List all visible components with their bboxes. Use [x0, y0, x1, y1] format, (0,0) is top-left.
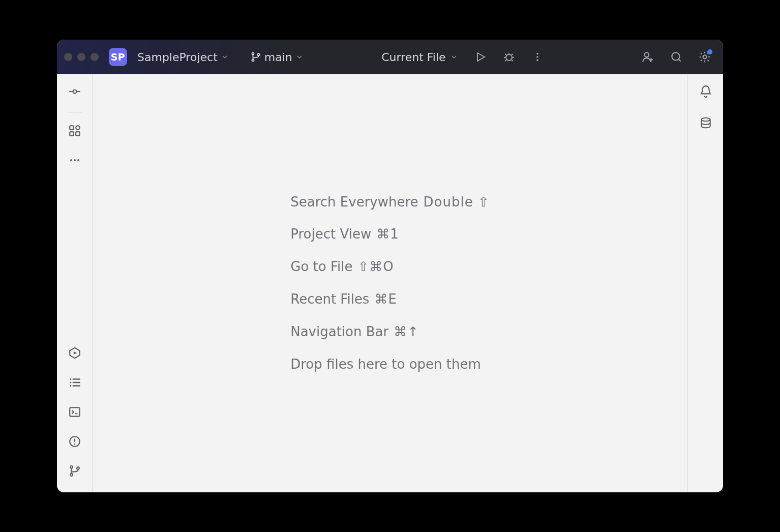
svg-point-16 — [70, 159, 72, 161]
hint-recent-files: Recent Files ⌘E — [290, 291, 490, 308]
project-selector[interactable]: SampleProject — [133, 49, 233, 66]
minimize-window-button[interactable] — [77, 53, 85, 61]
project-badge: SP — [109, 48, 127, 66]
hint-shortcut: ⌘1 — [376, 226, 399, 243]
chevron-down-icon — [221, 53, 229, 61]
titlebar: SP SampleProject main Current File — [57, 40, 723, 74]
svg-point-21 — [70, 381, 71, 383]
todo-tool-window-button[interactable] — [64, 372, 86, 395]
svg-point-25 — [74, 444, 75, 445]
commit-node-icon — [68, 85, 81, 100]
structure-icon — [68, 124, 81, 139]
run-configuration-label: Current File — [381, 51, 445, 64]
svg-point-28 — [77, 467, 79, 469]
svg-point-7 — [536, 60, 538, 62]
version-control-tool-window-button[interactable] — [64, 461, 86, 483]
branch-selector[interactable]: main — [246, 49, 308, 66]
debug-button[interactable] — [498, 46, 520, 68]
vcs-branch-icon — [68, 464, 81, 480]
zoom-window-button[interactable] — [91, 53, 99, 61]
svg-point-0 — [252, 53, 254, 55]
search-icon — [670, 50, 683, 64]
bug-icon — [503, 51, 515, 63]
add-user-icon — [641, 50, 654, 64]
branch-icon — [250, 51, 261, 63]
svg-rect-13 — [70, 132, 74, 136]
database-tool-window-button[interactable] — [695, 113, 717, 135]
close-window-button[interactable] — [64, 53, 72, 61]
run-button[interactable] — [469, 46, 492, 68]
hint-label: Drop files here to open them — [290, 356, 481, 373]
branch-name: main — [264, 51, 292, 64]
svg-point-9 — [672, 52, 679, 60]
svg-point-26 — [70, 466, 73, 468]
hint-navigation-bar: Navigation Bar ⌘↑ — [290, 323, 490, 341]
play-icon — [474, 51, 487, 63]
svg-point-29 — [701, 118, 710, 122]
hint-shortcut: ⌘↑ — [394, 323, 419, 341]
ide-body: Search Everywhere Double ⇧ Project View … — [57, 74, 723, 492]
notifications-tool-window-button[interactable] — [695, 81, 717, 104]
svg-point-11 — [73, 90, 76, 94]
hint-go-to-file: Go to File ⇧⌘O — [290, 258, 490, 276]
svg-point-5 — [536, 53, 538, 55]
terminal-tool-window-button[interactable] — [64, 402, 86, 424]
svg-point-8 — [645, 52, 649, 57]
chevron-down-icon — [450, 53, 458, 61]
svg-marker-3 — [477, 53, 485, 61]
strip-separator — [68, 112, 82, 112]
commit-tool-window-button[interactable] — [64, 81, 86, 104]
hint-drop-files: Drop files here to open them — [290, 356, 490, 373]
more-actions-button[interactable] — [526, 46, 549, 68]
right-tool-strip — [687, 74, 723, 492]
svg-point-27 — [70, 474, 73, 476]
services-tool-window-button[interactable] — [64, 343, 86, 365]
terminal-icon — [68, 405, 81, 421]
hint-project-view: Project View ⌘1 — [290, 226, 490, 243]
svg-rect-14 — [76, 132, 80, 136]
svg-point-4 — [506, 54, 512, 61]
structure-tool-window-button[interactable] — [64, 121, 86, 143]
svg-point-10 — [703, 55, 707, 59]
problems-icon — [68, 435, 81, 450]
svg-point-20 — [70, 378, 71, 380]
hint-label: Project View — [290, 226, 371, 243]
services-icon — [68, 346, 81, 362]
hint-shortcut: Double ⇧ — [424, 194, 490, 211]
svg-point-22 — [70, 385, 71, 387]
project-name: SampleProject — [137, 51, 218, 64]
hint-shortcut: ⇧⌘O — [357, 258, 394, 276]
svg-point-15 — [76, 126, 80, 130]
settings-update-indicator — [707, 49, 712, 54]
hint-shortcut: ⌘E — [374, 291, 397, 308]
list-icon — [68, 376, 81, 391]
database-icon — [699, 116, 712, 132]
svg-rect-12 — [70, 126, 74, 130]
svg-point-2 — [257, 53, 259, 55]
search-everywhere-button[interactable] — [665, 46, 687, 68]
problems-tool-window-button[interactable] — [64, 431, 86, 454]
more-vertical-icon — [532, 51, 543, 63]
more-horizontal-icon — [69, 154, 81, 168]
svg-point-1 — [252, 59, 254, 61]
left-tool-strip — [57, 74, 93, 492]
hint-label: Recent Files — [290, 291, 369, 308]
editor-empty-state[interactable]: Search Everywhere Double ⇧ Project View … — [93, 74, 687, 492]
more-tool-windows-button[interactable] — [64, 150, 86, 172]
hint-label: Search Everywhere — [290, 194, 418, 211]
hint-label: Navigation Bar — [290, 323, 388, 341]
svg-rect-23 — [70, 407, 80, 416]
window-controls — [64, 53, 99, 61]
svg-point-17 — [74, 159, 76, 161]
code-with-me-button[interactable] — [637, 46, 659, 68]
hint-search-everywhere: Search Everywhere Double ⇧ — [290, 194, 490, 211]
ide-window: SP SampleProject main Current File — [57, 40, 723, 492]
hint-label: Go to File — [290, 258, 352, 276]
run-configuration-selector[interactable]: Current File — [376, 49, 463, 66]
bell-icon — [699, 85, 712, 100]
chevron-down-icon — [295, 53, 304, 61]
editor-hints: Search Everywhere Double ⇧ Project View … — [290, 194, 490, 373]
svg-point-18 — [77, 159, 79, 161]
svg-marker-19 — [73, 351, 77, 355]
settings-button[interactable] — [694, 46, 716, 68]
